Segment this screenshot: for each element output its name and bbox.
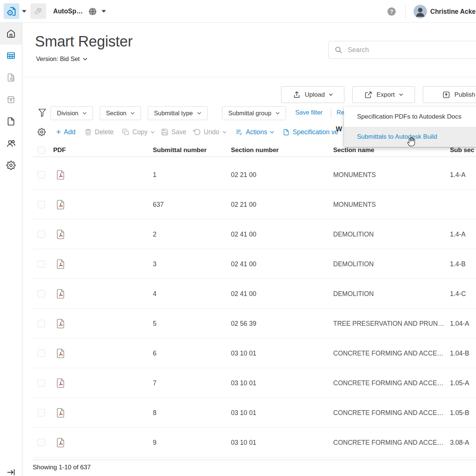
cell-submittal-number[interactable]: 2 xyxy=(153,219,157,249)
pdf-file-icon[interactable] xyxy=(57,279,65,309)
cell-section-name[interactable]: DEMOLITION xyxy=(333,249,374,279)
sidebar-collapse-button[interactable] xyxy=(0,463,22,476)
cell-section-number[interactable]: 02 21 00 xyxy=(231,160,256,190)
cell-section-name[interactable]: CONCRETE FORMING AND ACCE… xyxy=(333,338,444,368)
cell-submittal-number[interactable]: 5 xyxy=(153,309,157,338)
cell-section-number[interactable]: 03 10 01 xyxy=(231,338,256,368)
model-button[interactable] xyxy=(30,3,46,19)
pdf-file-icon[interactable] xyxy=(57,160,65,190)
filter-funnel-icon[interactable] xyxy=(38,109,46,117)
pdf-file-icon[interactable] xyxy=(57,338,65,368)
filter-submittal-type[interactable]: Submittal type xyxy=(148,106,208,120)
reset-filter-link[interactable]: Re xyxy=(337,109,344,116)
row-checkbox[interactable] xyxy=(38,439,45,446)
cell-submittal-number[interactable]: 4 xyxy=(153,279,157,309)
search-box[interactable] xyxy=(328,41,476,59)
cell-submittal-number[interactable]: 3 xyxy=(153,249,157,279)
cell-section-number[interactable]: 03 10 01 xyxy=(231,428,256,457)
pdf-file-icon[interactable] xyxy=(57,428,65,457)
export-button[interactable]: Export xyxy=(352,86,415,103)
version-selector[interactable]: Version: Bid Set xyxy=(36,55,87,62)
upload-button[interactable]: Upload xyxy=(281,86,344,103)
cell-sub-section[interactable]: 1.4-A xyxy=(450,160,466,190)
cell-submittal-number[interactable]: 637 xyxy=(153,190,164,219)
pdf-file-icon[interactable] xyxy=(57,249,65,279)
cell-submittal-number[interactable]: 6 xyxy=(153,338,157,368)
column-header-pdf[interactable]: PDF xyxy=(53,143,66,157)
cell-section-name[interactable]: CONCRETE FORMING AND ACCE… xyxy=(333,368,444,398)
help-icon[interactable]: ? xyxy=(387,7,396,16)
cell-sub-section[interactable]: 1.05-B xyxy=(450,398,469,428)
row-checkbox[interactable] xyxy=(38,290,45,298)
column-header-submittal-number[interactable]: Submittal number xyxy=(153,143,207,157)
cell-section-name[interactable]: DEMOLITION xyxy=(333,219,374,249)
sidebar-item-documents[interactable] xyxy=(0,110,22,132)
sidebar-item-settings[interactable] xyxy=(0,154,22,176)
cell-sub-section[interactable]: 1.04-B xyxy=(450,338,469,368)
cell-section-number[interactable]: 02 56 39 xyxy=(231,309,256,338)
pdf-file-icon[interactable] xyxy=(57,398,65,428)
copy-button[interactable]: Copy xyxy=(122,126,155,138)
cell-sub-section[interactable]: 3.08-A xyxy=(450,428,469,457)
sidebar-item-publish[interactable] xyxy=(0,89,22,110)
delete-button[interactable]: Delete xyxy=(84,126,114,138)
cell-section-name[interactable]: CONCRETE FORMING AND ACCE… xyxy=(333,428,444,457)
sidebar-item-home[interactable] xyxy=(0,23,22,45)
cell-submittal-number[interactable]: 9 xyxy=(153,428,157,457)
menu-item-spec-pdfs-to-docs[interactable]: Specification PDFs to Autodesk Docs xyxy=(344,107,476,127)
sidebar-item-members[interactable] xyxy=(0,132,22,154)
save-filter-link[interactable]: Save filter xyxy=(295,109,322,116)
cell-section-number[interactable]: 03 10 01 xyxy=(231,368,256,398)
cell-submittal-number[interactable]: 7 xyxy=(153,368,157,398)
cell-sub-section[interactable]: 1.04-A xyxy=(450,309,469,338)
save-button[interactable]: Save xyxy=(161,126,186,138)
pdf-file-icon[interactable] xyxy=(57,309,65,338)
cell-section-number[interactable]: 03 10 01 xyxy=(231,398,256,428)
row-checkbox[interactable] xyxy=(38,260,45,268)
cell-section-name[interactable]: CONCRETE FORMING AND ACCE… xyxy=(333,398,444,428)
column-header-section-number[interactable]: Section number xyxy=(231,143,279,157)
specification-versions-button[interactable]: Specification ve xyxy=(283,126,338,138)
cell-submittal-number[interactable]: 8 xyxy=(153,398,157,428)
cell-section-name[interactable]: TREE PRESERVATION AND PRUN… xyxy=(333,309,444,338)
actions-button[interactable]: Actions xyxy=(235,126,274,138)
filter-submittal-group[interactable]: Submittal group xyxy=(222,106,286,120)
cell-section-number[interactable]: 02 41 00 xyxy=(231,279,256,309)
sidebar-item-smart-register[interactable] xyxy=(0,45,22,67)
add-button[interactable]: + Add xyxy=(56,126,75,138)
sidebar-item-spec-viewer[interactable] xyxy=(0,67,22,89)
publish-button[interactable]: Publish xyxy=(423,86,476,103)
cell-sub-section[interactable]: 1.4-B xyxy=(450,249,466,279)
row-checkbox[interactable] xyxy=(38,409,45,416)
row-checkbox[interactable] xyxy=(38,320,45,327)
pdf-file-icon[interactable] xyxy=(57,190,65,219)
table-settings-gear-icon[interactable] xyxy=(38,128,46,136)
undo-button[interactable]: Undo xyxy=(193,126,226,138)
search-input[interactable] xyxy=(347,46,476,54)
cell-section-name[interactable]: MONUMENTS xyxy=(333,190,376,219)
app-switcher-caret-icon[interactable] xyxy=(22,10,26,13)
project-title[interactable]: AutoSp… xyxy=(53,7,83,15)
cell-section-name[interactable]: MONUMENTS xyxy=(333,160,376,190)
cell-sub-section[interactable]: 1.4-A xyxy=(450,219,466,249)
filter-section[interactable]: Section xyxy=(100,106,141,120)
project-caret-icon[interactable] xyxy=(102,10,106,13)
row-checkbox[interactable] xyxy=(38,379,45,387)
pdf-file-icon[interactable] xyxy=(57,219,65,249)
cell-section-number[interactable]: 02 41 00 xyxy=(231,219,256,249)
cell-sub-section[interactable]: 1.4-C xyxy=(450,279,466,309)
cell-section-number[interactable]: 02 41 00 xyxy=(231,249,256,279)
avatar[interactable] xyxy=(414,5,427,18)
select-all-checkbox[interactable] xyxy=(38,147,45,154)
row-checkbox[interactable] xyxy=(38,171,45,178)
row-checkbox[interactable] xyxy=(38,350,45,357)
row-checkbox[interactable] xyxy=(38,231,45,238)
pdf-file-icon[interactable] xyxy=(57,368,65,398)
app-logo-button[interactable] xyxy=(4,3,19,19)
user-name[interactable]: Christine Acke xyxy=(430,8,476,16)
cell-section-name[interactable]: DEMOLITION xyxy=(333,279,374,309)
cell-sub-section[interactable]: 1.05-A xyxy=(450,368,469,398)
row-checkbox[interactable] xyxy=(38,201,45,208)
cell-section-number[interactable]: 02 21 00 xyxy=(231,190,256,219)
filter-division[interactable]: Division xyxy=(51,106,93,120)
